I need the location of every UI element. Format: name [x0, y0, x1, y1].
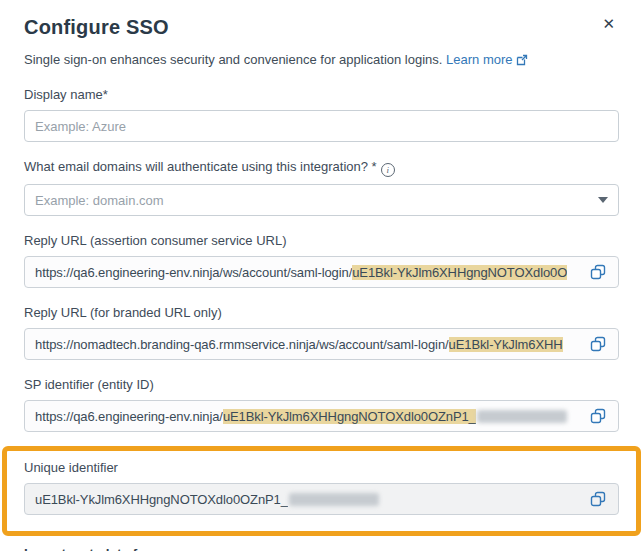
email-domains-group: What email domains will authenticate usi… — [24, 159, 619, 216]
learn-more-link[interactable]: Learn more — [446, 52, 527, 67]
sp-identifier-field[interactable]: https://qa6.engineering-env.ninja/uE1Bkl… — [24, 400, 619, 432]
redacted-text-blur — [289, 493, 379, 506]
display-name-label: Display name* — [24, 87, 619, 103]
reply-url-branded-token: uE1Bkl-YkJlm6XHH — [449, 337, 563, 352]
reply-url-branded-group: Reply URL (for branded URL only) https:/… — [24, 305, 619, 360]
chevron-down-icon — [598, 197, 608, 203]
sp-identifier-value: https://qa6.engineering-env.ninja/uE1Bkl… — [35, 409, 476, 424]
copy-icon[interactable] — [588, 262, 608, 282]
dialog-header: Configure SSO ✕ — [24, 14, 619, 40]
display-name-group: Display name* — [24, 87, 619, 142]
learn-more-label: Learn more — [446, 52, 512, 67]
configure-sso-dialog: Configure SSO ✕ Single sign-on enhances … — [0, 0, 643, 551]
info-icon[interactable]: i — [381, 163, 395, 177]
reply-url-group: Reply URL (assertion consumer service UR… — [24, 233, 619, 288]
unique-identifier-highlight-box: Unique identifier uE1Bkl-YkJlm6XHHgngNOT… — [2, 446, 641, 536]
copy-icon[interactable] — [588, 406, 608, 426]
import-metadata-section: Import metadata from Copy SAML metadata … — [24, 545, 619, 551]
reply-url-token: uE1Bkl-YkJlm6XHHgngNOTOXdlo0O — [352, 265, 567, 280]
email-domains-placeholder: Example: domain.com — [35, 193, 164, 208]
email-domains-label-text: What email domains will authenticate usi… — [24, 159, 377, 174]
close-icon[interactable]: ✕ — [598, 14, 619, 33]
unique-identifier-label: Unique identifier — [24, 460, 619, 476]
reply-url-value: https://qa6.engineering-env.ninja/ws/acc… — [35, 265, 567, 280]
copy-icon[interactable] — [588, 334, 608, 354]
dialog-subtitle: Single sign-on enhances security and con… — [24, 51, 619, 70]
unique-identifier-field[interactable]: uE1Bkl-YkJlm6XHHgngNOTOXdlo0OZnP1_ — [24, 483, 619, 515]
sp-identifier-prefix: https://qa6.engineering-env.ninja/ — [35, 409, 223, 424]
email-domains-select[interactable]: Example: domain.com — [24, 184, 619, 216]
sp-identifier-token: uE1Bkl-YkJlm6XHHgngNOTOXdlo0OZnP1_ — [223, 409, 476, 424]
sp-identifier-label: SP identifier (entity ID) — [24, 377, 619, 393]
subtitle-text: Single sign-on enhances security and con… — [24, 52, 442, 67]
external-link-icon — [516, 53, 528, 70]
reply-url-branded-prefix: https://nomadtech.branding-qa6.rmmservic… — [35, 337, 449, 352]
reply-url-branded-label: Reply URL (for branded URL only) — [24, 305, 619, 321]
redacted-text-blur — [477, 410, 567, 423]
import-metadata-title: Import metadata from — [24, 545, 619, 551]
unique-identifier-value: uE1Bkl-YkJlm6XHHgngNOTOXdlo0OZnP1_ — [35, 492, 288, 507]
page-title: Configure SSO — [24, 14, 169, 40]
reply-url-field[interactable]: https://qa6.engineering-env.ninja/ws/acc… — [24, 256, 619, 288]
reply-url-branded-value: https://nomadtech.branding-qa6.rmmservic… — [35, 337, 563, 352]
reply-url-prefix: https://qa6.engineering-env.ninja/ws/acc… — [35, 265, 352, 280]
reply-url-branded-field[interactable]: https://nomadtech.branding-qa6.rmmservic… — [24, 328, 619, 360]
display-name-input[interactable] — [24, 110, 619, 142]
reply-url-label: Reply URL (assertion consumer service UR… — [24, 233, 619, 249]
copy-icon[interactable] — [588, 489, 608, 509]
sp-identifier-group: SP identifier (entity ID) https://qa6.en… — [24, 377, 619, 432]
email-domains-label: What email domains will authenticate usi… — [24, 159, 619, 177]
